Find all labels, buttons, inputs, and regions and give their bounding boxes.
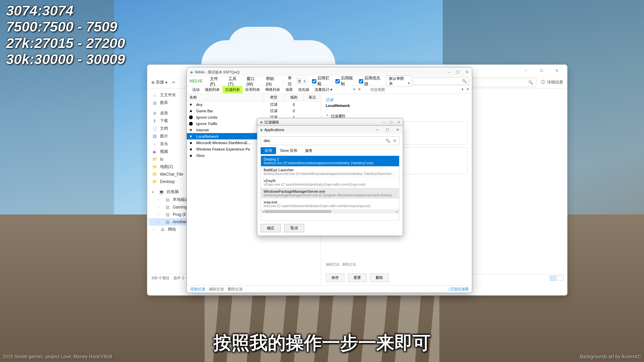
filter-search-input[interactable]: 🔍 <box>413 77 469 85</box>
detail-view-button[interactable]: ⓘ 详细信息 <box>541 79 563 85</box>
search-field[interactable] <box>264 138 385 143</box>
close-button[interactable]: ✕ <box>466 70 469 74</box>
cancel-button[interactable]: 取消 <box>284 224 304 232</box>
filter-app-tabs: 活动 规则列表 过滤列表 应用列表 网络列表 场景 优先级 流量统计 ▾ ▾ ✕… <box>187 86 472 94</box>
delete-button[interactable]: 删除 <box>370 274 389 282</box>
folder-icon: 📁 <box>152 157 157 162</box>
selected-filter-link[interactable]: › 已选过滤器 <box>448 287 469 292</box>
apps-buttons: 确定 取消 <box>257 221 403 236</box>
detail-close-icon[interactable]: ✕ <box>358 87 361 92</box>
close-button[interactable]: ✕ <box>549 66 565 76</box>
apps-titlebar[interactable]: ◆ Applications ─ ☐ ✕ <box>257 126 403 134</box>
tab-store[interactable]: Store 应用 <box>276 147 301 154</box>
edit-filter-link[interactable]: 编辑过滤 <box>209 287 224 292</box>
horizontal-scrollbar[interactable]: ◂▸ <box>261 209 399 214</box>
app-row[interactable]: xray.exexray.exe (C:\users\helvemix\desk… <box>261 199 399 209</box>
unit-select[interactable]: B <box>296 78 307 84</box>
row-name: Game Bar <box>195 109 264 113</box>
gallery-icon: ▦ <box>152 100 157 106</box>
limit-checkbox[interactable]: 启用限制 <box>335 75 354 87</box>
music-icon: ♪ <box>152 141 157 147</box>
close-button[interactable]: ✕ <box>395 128 400 132</box>
tab-filters[interactable]: 过滤列表 <box>222 86 243 93</box>
apps-list[interactable]: Destiny 2destiny2.exe (D:\steamlibrary\s… <box>261 156 399 221</box>
watermark-right: Backgrounds art by ArseniXC <box>580 354 641 359</box>
app-row[interactable]: BattlEye Launcherdestiny2launcher.exe (D… <box>261 167 399 177</box>
overlay-line: 27k:27015 - 27200 <box>6 35 125 51</box>
app-row[interactable]: v2rayNv2rayn.exe (C:\users\helvemix\desk… <box>261 177 399 188</box>
drive-icon: ▤ <box>165 204 170 210</box>
app-row[interactable]: Destiny 2destiny2.exe (D:\steamlibrary\s… <box>261 156 399 167</box>
info-view-label: 信息视图 <box>370 87 385 92</box>
tab-services[interactable]: 服务 <box>301 147 317 154</box>
menu-file[interactable]: 文件(F) <box>207 75 224 87</box>
priority-checkbox[interactable]: 启用优先级 <box>359 75 381 87</box>
minimize-button[interactable]: ─ <box>383 120 385 124</box>
maximize-button[interactable]: ☐ <box>456 70 460 74</box>
maximize-button[interactable]: ☐ <box>385 128 390 132</box>
apps-tabs: 应用 Store 应用 服务 <box>261 147 399 154</box>
chevron-right-icon: › <box>158 198 162 201</box>
maximize-button[interactable]: ☐ <box>390 120 393 124</box>
reset-button[interactable]: 重置 <box>348 274 367 282</box>
save-button[interactable]: 保存 <box>326 274 344 282</box>
clear-icon[interactable]: ✕ <box>393 138 396 143</box>
panel-dropdown-icon[interactable]: ▾ <box>462 87 464 92</box>
list-view-button[interactable] <box>550 276 556 281</box>
maximize-button[interactable]: ☐ <box>534 66 549 76</box>
add-filter-link[interactable]: 添加过滤 <box>190 287 205 292</box>
grid-view-button[interactable] <box>557 276 563 281</box>
menu-window[interactable]: 窗口(W) <box>244 75 262 87</box>
panel-close-icon[interactable]: ✕ <box>466 87 469 92</box>
capture-checkbox[interactable]: 启用拦截 <box>312 75 331 87</box>
detail-dropdown-icon[interactable]: ▾ <box>353 87 355 92</box>
menu-tools[interactable]: 工具(T) <box>226 75 243 87</box>
minimize-button[interactable]: ─ <box>518 66 534 76</box>
tab-apps[interactable]: 应用列表 <box>243 86 263 93</box>
scroll-right-icon[interactable]: ▸ <box>395 209 399 214</box>
col-type[interactable]: 类型 <box>264 94 284 101</box>
filter-edit-dialog-title[interactable]: ◆ 过滤编辑 ─ ☐ ✕ <box>257 118 403 126</box>
tab-scene[interactable]: 场景 <box>283 86 296 93</box>
tab-rules[interactable]: 规则列表 <box>202 86 222 93</box>
chevron-down-icon: ▾ <box>330 87 332 92</box>
scroll-thumb[interactable] <box>264 210 331 213</box>
dialog-title: Applications <box>264 128 284 132</box>
tab-network[interactable]: 网络列表 <box>263 86 283 93</box>
app-path: destiny2.exe (D:\steamlibrary\steamapps\… <box>264 161 396 165</box>
tab-stats[interactable]: 流量统计 ▾ <box>312 86 335 93</box>
row-icon: ■ <box>187 147 195 151</box>
drive-icon: ▤ <box>165 219 170 225</box>
apps-search-input[interactable]: 🔍 ✕ <box>261 136 399 145</box>
col-name[interactable]: 名称 <box>187 94 264 101</box>
app-name: Destiny 2 <box>264 157 396 161</box>
chevron-down-icon: ▾ <box>152 190 156 194</box>
applications-dialog[interactable]: ◆ Applications ─ ☐ ✕ 🔍 ✕ 应用 Store 应用 服务 … <box>257 125 403 236</box>
tab-apps[interactable]: 应用 <box>261 147 276 154</box>
video-icon: ▶ <box>152 149 157 155</box>
col-rule[interactable]: 规则 <box>284 94 304 101</box>
folder-icon: 📁 <box>152 179 157 184</box>
cut-button[interactable]: ✂ <box>172 80 175 85</box>
tab-priority[interactable]: 优先级 <box>296 86 312 93</box>
pc-icon: 💻 <box>159 189 164 195</box>
search-icon[interactable]: 🔍 <box>385 138 390 143</box>
new-button[interactable]: ⊕新建▾ <box>151 79 167 85</box>
app-name: xray.exe <box>264 200 396 204</box>
app-row[interactable]: WindowsPackageManagerServer.exewindowspa… <box>261 188 399 199</box>
minimize-button[interactable]: ─ <box>447 70 450 74</box>
search-icon: 🔍 <box>528 80 533 85</box>
app-path: xray.exe (C:\users\helvemix\desktop\v2ra… <box>264 204 396 208</box>
tab-active[interactable]: 活动 <box>190 86 202 93</box>
filter-row[interactable]: ▼Any过滤0 <box>187 101 321 108</box>
close-button[interactable]: ✕ <box>397 120 400 124</box>
ok-button[interactable]: 确定 <box>261 224 281 232</box>
menu-help[interactable]: 帮助(H) <box>263 75 281 87</box>
filter-row[interactable]: ■Game Bar过滤0 <box>187 108 321 114</box>
del-filter-link[interactable]: 删除过滤 <box>228 287 243 292</box>
col-fav[interactable]: 喜注 <box>304 94 321 101</box>
row-name: Internet <box>195 128 264 132</box>
minimize-button[interactable]: ─ <box>375 128 380 132</box>
view-select[interactable]: 默认带图表 <box>386 75 412 87</box>
app-icon: ◆ <box>190 70 193 74</box>
